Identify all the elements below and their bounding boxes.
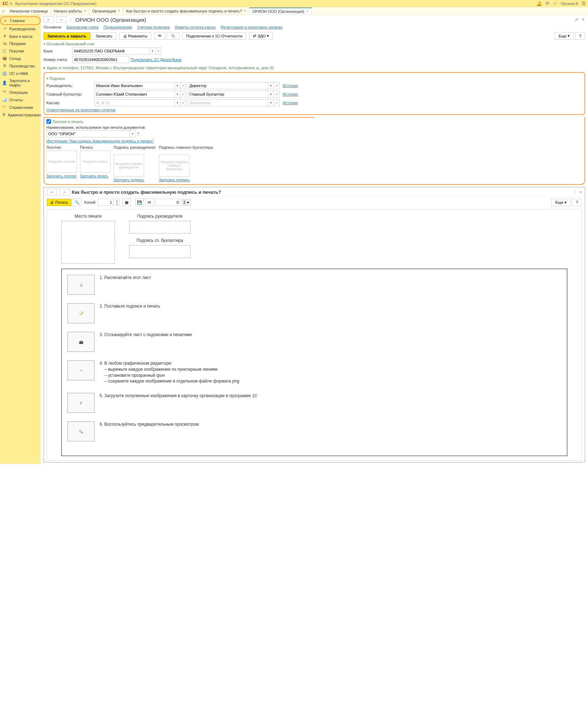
tab-organizations[interactable]: Организации×	[89, 8, 123, 14]
sidebar-item-warehouse[interactable]: 📦Склад	[0, 55, 41, 62]
close-icon[interactable]: ×	[84, 9, 86, 13]
edo-button[interactable]: ⇄ ЭДО ▾	[249, 32, 273, 40]
logo-checkbox[interactable]	[46, 119, 51, 124]
instruction-link[interactable]: Инструкция "Как создать факсимильную под…	[46, 139, 154, 143]
tab-start-page[interactable]: Начальная страница	[7, 8, 51, 14]
sign-head-upload-box[interactable]: Загрузить подпись руководителя	[113, 155, 144, 177]
menu-dropdown-icon[interactable]: ☰	[582, 1, 586, 6]
save-icon-button[interactable]: 💾	[135, 198, 144, 206]
favorite-icon[interactable]: ☆	[69, 17, 73, 22]
sidebar-item-sales[interactable]: 🛍Продажи	[0, 40, 41, 47]
cashier-name-input[interactable]	[94, 99, 175, 106]
attach-button[interactable]: 📎	[167, 32, 179, 40]
sidebar-item-main[interactable]: ≡Главное	[0, 16, 41, 25]
sidebar-item-production[interactable]: ⚙Производство	[0, 62, 41, 70]
dropdown-icon[interactable]: ▾	[175, 99, 181, 106]
accountant-position-input[interactable]	[188, 91, 268, 98]
close-icon[interactable]: ×	[118, 9, 120, 13]
dropdown-icon[interactable]: ▾	[268, 82, 274, 89]
subtab-bank-accounts[interactable]: Банковские счета	[66, 25, 98, 29]
sidebar-item-admin[interactable]: ⚙Администрирование	[0, 111, 41, 118]
popup-more-icon[interactable]: ⋮	[573, 190, 577, 194]
help-button[interactable]: ?	[575, 32, 585, 40]
connect-button[interactable]: Подключение к 1С-Отчетности	[182, 32, 246, 40]
mail-icon-button[interactable]: ✉	[145, 198, 154, 206]
open-icon[interactable]: ⤢	[274, 91, 280, 98]
open-icon[interactable]: ⤢	[156, 47, 161, 55]
mail-button[interactable]: ✉	[154, 32, 165, 40]
print-name-input[interactable]	[46, 130, 130, 137]
more-button[interactable]: Еще ▾	[554, 32, 573, 40]
menu-icon[interactable]: ≡	[10, 1, 12, 6]
logo-upload-link[interactable]: Загрузить логотип	[46, 174, 77, 178]
bank-section-header[interactable]: ▾Основной банковский счет	[44, 42, 585, 46]
help-icon[interactable]: ?	[137, 132, 139, 136]
logo-upload-box[interactable]: Загрузить логотип	[46, 151, 77, 173]
dropdown-icon[interactable]: ▾	[268, 91, 274, 98]
subtab-limits[interactable]: Лимиты остатка кассы	[175, 25, 216, 29]
stamp-upload-link[interactable]: Загрузить печать	[80, 174, 111, 178]
dropdown-icon[interactable]: ▾	[175, 91, 181, 98]
responsible-link[interactable]: Ответственные за подготовку отчетов	[46, 108, 115, 112]
open-icon[interactable]: ⤢	[274, 82, 280, 89]
head-name-input[interactable]	[94, 82, 175, 89]
dropdown-icon[interactable]: ▾	[175, 82, 181, 89]
open-icon[interactable]: ⤢	[181, 82, 186, 89]
dropdown-icon[interactable]: ▾	[130, 130, 136, 137]
subtab-policy[interactable]: Учетная политика	[137, 25, 169, 29]
history-link[interactable]: История	[283, 92, 298, 96]
sidebar-item-assets[interactable]: 🏢ОС и НМА	[0, 70, 41, 77]
account-input[interactable]	[72, 56, 129, 63]
stamp-upload-box[interactable]: Загрузить печать	[80, 151, 111, 173]
bell-icon[interactable]: 🔔	[536, 1, 542, 6]
preview-button[interactable]: 🔍	[73, 198, 81, 206]
open-icon[interactable]: ⤢	[181, 91, 186, 98]
subtab-tax[interactable]: Регистрации в налоговых органах	[220, 25, 282, 29]
sign-head-upload-link[interactable]: Загрузить подпись	[113, 178, 156, 182]
sidebar-item-reports[interactable]: 📊Отчеты	[0, 96, 41, 103]
popup-more-button[interactable]: Еще ▾	[551, 199, 570, 206]
sidebar-item-salary[interactable]: 👤Зарплата и кадры	[0, 77, 41, 88]
copies-spinner[interactable]: ▴▾	[115, 199, 120, 206]
bank-input[interactable]	[72, 47, 150, 55]
popup-help-button[interactable]: ?	[572, 199, 582, 206]
cashier-position-input[interactable]	[188, 99, 268, 106]
details-button[interactable]: 🖨Реквизиты	[119, 32, 151, 40]
sidebar-item-bank[interactable]: ₽Банк и касса	[0, 32, 41, 40]
popup-back-button[interactable]: ←	[47, 189, 57, 195]
close-icon[interactable]: ×	[244, 9, 246, 13]
subtab-main[interactable]: Основное	[44, 25, 61, 29]
sign-acc-upload-link[interactable]: Загрузить подпись	[159, 178, 214, 182]
dropdown-icon[interactable]: ▾	[268, 99, 274, 106]
signatures-header[interactable]: ▾Подписи	[46, 76, 582, 81]
save-button[interactable]: Записать	[92, 32, 116, 40]
head-position-input[interactable]	[188, 82, 268, 89]
forward-button[interactable]: →	[56, 16, 66, 23]
star-icon[interactable]: ☆	[553, 1, 557, 6]
dropdown-icon[interactable]: ▾	[150, 47, 156, 55]
open-icon[interactable]: ⤢	[274, 99, 280, 106]
window-icon[interactable]: ⤢	[574, 16, 579, 23]
tab-facsimile[interactable]: Как быстро и просто создать факсимильную…	[123, 8, 249, 14]
open-icon[interactable]: ⤢	[181, 99, 186, 106]
tab-orion[interactable]: ОРИОН ООО (Организация)×	[249, 7, 312, 15]
save-close-button[interactable]: Записать и закрыть	[44, 32, 90, 40]
sidebar-item-operations[interactable]: ᴰᴷОперации	[0, 88, 41, 96]
history-link[interactable]: История	[283, 101, 298, 105]
popup-forward-button[interactable]: →	[59, 189, 70, 195]
close-icon[interactable]: ×	[581, 16, 585, 23]
print-button[interactable]: 🖨Печать	[47, 199, 71, 206]
template-button[interactable]: ▦	[122, 198, 131, 206]
sidebar-item-catalogs[interactable]: 📁Справочники	[0, 103, 41, 111]
sum-input[interactable]	[155, 199, 180, 206]
sidebar-item-manager[interactable]: ↗Руководителю	[0, 25, 41, 32]
tab-getting-started[interactable]: Начало работы×	[51, 8, 90, 14]
home-icon[interactable]: ⌂	[0, 9, 7, 14]
user-name[interactable]: Оксана В	[561, 1, 578, 6]
sign-acc-upload-box[interactable]: Загрузить подпись главного бухгалтера	[159, 155, 189, 177]
sidebar-item-purchases[interactable]: 🛒Покупки	[0, 47, 41, 55]
history-link[interactable]: История	[283, 83, 298, 88]
close-icon[interactable]: ×	[306, 9, 309, 13]
popup-close-icon[interactable]: ×	[580, 190, 582, 194]
sigma-button[interactable]: Σ ▾	[182, 199, 191, 206]
